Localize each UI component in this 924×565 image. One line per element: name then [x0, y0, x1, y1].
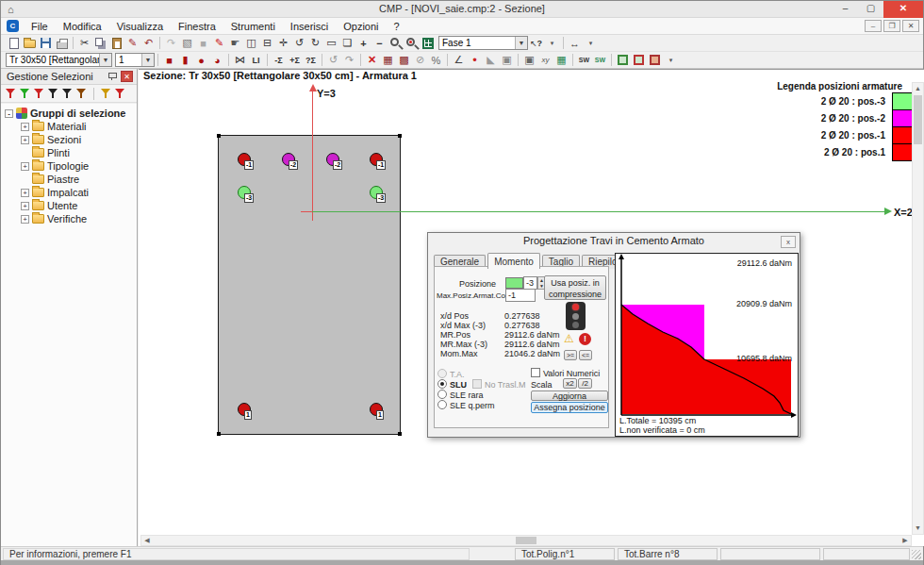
zoom-out-icon[interactable]: − — [371, 36, 388, 50]
scala-div2-button[interactable]: /2 — [578, 378, 592, 389]
valori-numerici-checkbox[interactable] — [531, 368, 540, 377]
filter-clear-icon[interactable] — [115, 88, 125, 99]
menu-strumenti[interactable]: Strumenti — [223, 20, 283, 33]
new-document-icon[interactable] — [6, 36, 22, 50]
section-handle[interactable] — [217, 134, 221, 138]
rebar-point[interactable]: 1 — [370, 403, 383, 416]
mdi-close-button[interactable]: ✕ — [902, 20, 919, 32]
split-vertical-icon[interactable]: ◫ — [243, 36, 259, 50]
sigma-minus-icon[interactable]: -Σ — [271, 53, 287, 67]
scroll-up-icon[interactable]: ▲ — [913, 83, 923, 94]
redo-icon[interactable]: ↷ — [163, 36, 179, 50]
assegna-posizione-button[interactable]: Assegna posizione — [531, 402, 608, 413]
split-horizontal-icon[interactable]: ⊟ — [259, 36, 275, 50]
format-painter-icon[interactable]: ✎ — [124, 36, 140, 50]
scala-x2-button[interactable]: x2 — [563, 378, 577, 389]
section-handle[interactable] — [398, 432, 402, 436]
save-icon[interactable] — [38, 36, 54, 50]
filter-show-icon[interactable] — [101, 88, 111, 99]
filter-apply-icon[interactable] — [48, 88, 58, 99]
resize-grip[interactable] — [912, 550, 921, 559]
section-handle[interactable] — [398, 134, 402, 138]
caret-down-icon[interactable]: ▾ — [663, 53, 679, 67]
tree-item-utente[interactable]: + Utente — [1, 199, 137, 212]
grid-icon[interactable]: ▦ — [553, 53, 569, 67]
xy-toggle-icon[interactable]: xy — [537, 53, 553, 67]
delete-rebar-icon[interactable]: ✕ — [364, 53, 380, 67]
redraw-icon[interactable]: ✎ — [211, 36, 227, 50]
filter-new-icon[interactable] — [20, 88, 30, 99]
close-button[interactable]: ✕ — [883, 1, 923, 18]
concrete-section[interactable] — [218, 135, 401, 435]
mesh-outline-icon[interactable]: ▩ — [396, 53, 412, 67]
expand-icon[interactable]: + — [21, 189, 29, 197]
expand-icon[interactable]: + — [21, 136, 29, 144]
mdi-minimize-button[interactable]: – — [865, 20, 882, 32]
radio-sle-rara[interactable] — [437, 390, 447, 399]
tree-item-tipologie[interactable]: + Tipologie — [1, 159, 137, 173]
node-point-icon[interactable]: • — [467, 53, 483, 67]
export-excel-icon[interactable] — [420, 36, 436, 50]
fill-region-orange-icon[interactable] — [647, 53, 663, 67]
pick-triangle-icon[interactable]: ◣ — [483, 53, 499, 67]
rebar-point[interactable]: -3 — [370, 186, 383, 199]
rotate-cw-icon[interactable]: ↻ — [307, 36, 323, 50]
open-file-icon[interactable] — [22, 36, 38, 50]
phase-combobox[interactable]: Fase 1 ▼ — [438, 36, 528, 50]
greater-equal-button[interactable]: >= — [564, 350, 577, 360]
radio-ta[interactable] — [437, 369, 447, 378]
caret-down-icon[interactable]: ▾ — [544, 36, 560, 50]
tree-item-verifiche[interactable]: + Verifiche — [1, 212, 137, 225]
rebar-point[interactable]: -1 — [370, 153, 383, 166]
minimize-button[interactable]: – — [833, 1, 858, 18]
radio-sle-qperm[interactable] — [437, 400, 447, 409]
angle-icon[interactable]: ∠ — [451, 53, 467, 67]
radio-slu[interactable] — [437, 379, 447, 389]
max-posizione-input[interactable]: -1 — [505, 289, 536, 302]
menu-help[interactable]: ? — [387, 20, 407, 33]
rebar-point[interactable]: 1 — [238, 403, 251, 416]
pan-hand-icon[interactable]: ☛ — [227, 36, 243, 50]
rebar-point[interactable]: -1 — [238, 153, 251, 166]
draw-filled-rect-icon[interactable]: ■ — [161, 53, 177, 67]
tree-item-plinti[interactable]: Plinti — [1, 146, 137, 159]
usa-posizione-button[interactable]: Usa posiz. in compressione — [544, 275, 606, 300]
fill-gray-icon[interactable]: ■ — [195, 36, 211, 50]
filter-edit-icon[interactable] — [34, 88, 44, 99]
menu-inserisci[interactable]: Inserisci — [283, 20, 336, 33]
shape-rotate-icon[interactable]: ↺ — [325, 53, 341, 67]
cut-icon[interactable]: ✂ — [76, 36, 92, 50]
aggiorna-button[interactable]: Aggiorna — [531, 391, 608, 401]
horizontal-scroll-thumb[interactable] — [516, 537, 536, 544]
zoom-extents-icon[interactable] — [388, 36, 404, 50]
draw-filled-circle-icon[interactable]: ● — [193, 53, 209, 67]
disable-check-icon[interactable]: ⊘ — [412, 53, 428, 67]
filter-add-icon[interactable] — [6, 88, 16, 99]
zoom-selected-icon[interactable] — [404, 36, 420, 50]
region-box-icon[interactable]: ▣ — [499, 53, 515, 67]
horizontal-scrollbar[interactable]: ◀ ▶ — [140, 535, 912, 546]
zoom-window-icon[interactable]: ▭ — [323, 36, 339, 50]
section-handle[interactable] — [217, 432, 221, 436]
dimension-tool-icon[interactable]: ↔ — [567, 36, 583, 50]
section-inertia-icon[interactable]: LI — [248, 53, 264, 67]
rebar-point[interactable]: -2 — [282, 153, 295, 166]
copy-icon[interactable] — [92, 36, 108, 50]
sigma-plus-icon[interactable]: +Σ — [287, 53, 303, 67]
percent-icon[interactable]: % — [428, 53, 444, 67]
scroll-left-icon[interactable]: ◀ — [141, 536, 153, 545]
filter-invert-icon[interactable] — [62, 88, 73, 99]
expand-icon[interactable]: + — [21, 202, 29, 210]
tree-item-piastre[interactable]: Piastre — [1, 173, 137, 186]
print-icon[interactable] — [54, 36, 70, 50]
solid-box-icon[interactable]: ▣ — [521, 53, 537, 67]
mesh-fill-icon[interactable]: ▦ — [380, 53, 396, 67]
rebar-count-combobox[interactable]: 1 ▼ — [115, 53, 155, 67]
sw-grid-icon[interactable]: SW — [592, 53, 608, 67]
chevron-down-icon[interactable]: ▼ — [141, 54, 154, 66]
maximize-button[interactable]: ▢ — [858, 1, 883, 18]
move-icon[interactable]: ✛ — [275, 36, 291, 50]
no-trasl-checkbox[interactable] — [472, 379, 482, 389]
expand-icon[interactable]: + — [21, 162, 29, 171]
posizione-input[interactable]: -3 — [523, 276, 537, 290]
